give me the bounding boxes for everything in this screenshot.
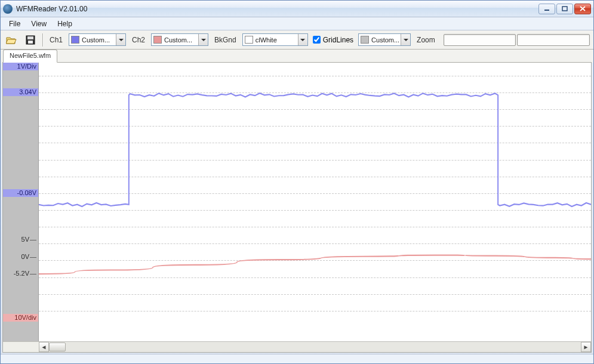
scrollbar-thumb[interactable] bbox=[49, 343, 66, 351]
content-area: 1V/Div3.04V-0.08V5V0V-5.2V10V/div ◄ ► bbox=[2, 62, 592, 353]
floppy-icon bbox=[26, 35, 35, 45]
menu-view[interactable]: View bbox=[26, 18, 51, 29]
y-axis-gutter: 1V/Div3.04V-0.08V5V0V-5.2V10V/div bbox=[3, 63, 39, 341]
tabbar: NewFile5.wfm bbox=[1, 50, 593, 63]
svg-rect-1 bbox=[562, 7, 567, 11]
chevron-down-icon bbox=[298, 34, 307, 45]
folder-open-icon bbox=[6, 35, 17, 45]
bkgnd-color-combo[interactable]: clWhite bbox=[242, 33, 308, 46]
window-title: WFMReader V2.01.00 bbox=[16, 5, 87, 13]
chevron-down-icon bbox=[116, 34, 125, 45]
zoom-slider[interactable] bbox=[444, 34, 590, 46]
ch1-label: Ch1 bbox=[50, 36, 63, 44]
open-button[interactable] bbox=[4, 33, 19, 47]
ch2-scale-badge: 10V/div bbox=[3, 314, 38, 322]
titlebar: WFMReader V2.01.00 bbox=[1, 1, 593, 17]
save-button[interactable] bbox=[23, 33, 38, 47]
ch2-0v-label: 0V bbox=[20, 253, 38, 261]
svg-rect-4 bbox=[28, 41, 33, 44]
ch1-scale-badge: 1V/Div bbox=[3, 63, 38, 70]
ch2-trace bbox=[39, 255, 591, 274]
menubar: File View Help bbox=[1, 17, 593, 30]
ch2-m52v-label: -5.2V bbox=[12, 270, 38, 277]
maximize-button[interactable] bbox=[556, 4, 573, 14]
svg-rect-3 bbox=[27, 36, 33, 39]
toolbar: Ch1 Custom... Ch2 Custom... BkGnd clWhit… bbox=[1, 30, 593, 50]
horizontal-scrollbar[interactable]: ◄ ► bbox=[3, 341, 591, 352]
gridlines-checkbox[interactable]: GridLines bbox=[313, 36, 353, 44]
chevron-down-icon bbox=[401, 34, 410, 45]
minimize-button[interactable] bbox=[538, 4, 555, 14]
menu-help[interactable]: Help bbox=[53, 18, 77, 29]
ch1-high-label: 3.04V bbox=[3, 88, 38, 96]
ch2-5v-label: 5V bbox=[20, 236, 38, 243]
grid-color-combo[interactable]: Custom... bbox=[358, 33, 411, 46]
chevron-down-icon bbox=[198, 34, 208, 45]
ch2-color-combo[interactable]: Custom... bbox=[151, 33, 208, 46]
waveform-plot[interactable] bbox=[39, 63, 591, 341]
ch2-label: Ch2 bbox=[132, 36, 145, 44]
scroll-left-button[interactable]: ◄ bbox=[39, 342, 49, 352]
tab-file[interactable]: NewFile5.wfm bbox=[3, 50, 57, 63]
statusbar bbox=[1, 354, 593, 363]
menu-file[interactable]: File bbox=[4, 18, 25, 29]
ch1-trace bbox=[39, 93, 591, 206]
bkgnd-label: BkGnd bbox=[214, 36, 236, 44]
close-button[interactable] bbox=[574, 4, 591, 14]
ch1-color-combo[interactable]: Custom... bbox=[69, 33, 126, 46]
zoom-label: Zoom bbox=[417, 36, 435, 44]
ch1-low-label: -0.08V bbox=[3, 189, 38, 197]
app-icon bbox=[3, 4, 13, 14]
scroll-right-button[interactable]: ► bbox=[581, 342, 591, 352]
